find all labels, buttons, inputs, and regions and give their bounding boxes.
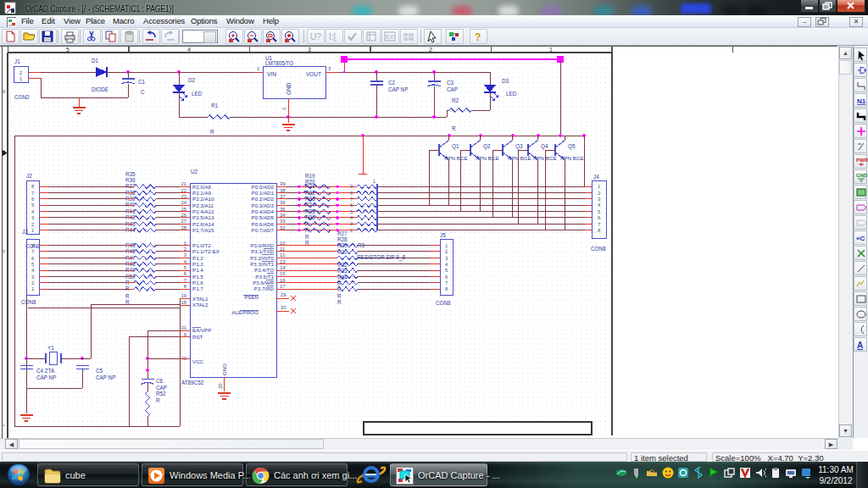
svg-text:CAP NP: CAP NP xyxy=(36,374,56,380)
svg-text:C5: C5 xyxy=(96,368,103,374)
svg-text:NPN BCE: NPN BCE xyxy=(476,155,499,161)
svg-text:CAP: CAP xyxy=(447,86,458,92)
svg-text:EX: EX xyxy=(386,34,394,40)
svg-text:R35: R35 xyxy=(125,171,136,177)
svg-text:C3: C3 xyxy=(447,80,454,86)
svg-text:7: 7 xyxy=(350,197,353,202)
svg-text:R26: R26 xyxy=(305,214,315,220)
svg-text:3: 3 xyxy=(31,274,34,280)
svg-text:3: 3 xyxy=(184,252,186,258)
svg-text:24: 24 xyxy=(181,200,187,205)
svg-text:J4: J4 xyxy=(593,174,599,180)
svg-text:P0.3/AD3: P0.3/AD3 xyxy=(252,202,275,208)
svg-text:7: 7 xyxy=(445,280,448,286)
svg-text:CON8: CON8 xyxy=(591,246,606,252)
svg-text:6: 6 xyxy=(184,271,186,276)
svg-text:P3.7/RD: P3.7/RD xyxy=(254,286,275,291)
svg-text:9: 9 xyxy=(350,184,353,189)
svg-text:1: 1 xyxy=(31,228,34,233)
svg-text:13: 13 xyxy=(280,259,285,264)
svg-text:2: 2 xyxy=(19,70,22,75)
svg-text:P2.0/A8: P2.0/A8 xyxy=(192,184,212,190)
svg-text:14: 14 xyxy=(280,265,286,270)
svg-text:2: 2 xyxy=(598,191,600,196)
svg-text:J3: J3 xyxy=(22,229,28,235)
svg-text:CON2: CON2 xyxy=(14,94,30,100)
svg-text:P3.5/T1: P3.5/T1 xyxy=(255,274,274,280)
svg-text:R1: R1 xyxy=(211,103,219,108)
svg-text:P1.5: P1.5 xyxy=(192,274,203,280)
svg-text:R: R xyxy=(125,293,130,299)
svg-text:R: R xyxy=(305,234,309,240)
svg-text:R: R xyxy=(305,221,309,227)
svg-text:33: 33 xyxy=(280,219,285,224)
svg-text:6: 6 xyxy=(31,256,34,261)
svg-text:26: 26 xyxy=(181,213,186,218)
svg-text:P2.7/A15: P2.7/A15 xyxy=(192,227,214,233)
svg-text:8: 8 xyxy=(445,286,448,291)
svg-text:37: 37 xyxy=(280,194,285,199)
svg-text:RESISTOR SIP 9_8: RESISTOR SIP 9_8 xyxy=(357,254,405,261)
svg-text:32: 32 xyxy=(280,225,285,230)
svg-text:7: 7 xyxy=(31,249,34,254)
svg-text:NPN BCE: NPN BCE xyxy=(444,155,468,161)
svg-text:P0.6/AD6: P0.6/AD6 xyxy=(252,221,275,227)
svg-text:R24: R24 xyxy=(305,202,315,208)
svg-text:P3.4/TO: P3.4/TO xyxy=(254,267,274,273)
svg-text:GND: GND xyxy=(856,173,868,178)
svg-text:R19: R19 xyxy=(305,173,315,179)
svg-text:c: c xyxy=(3,248,5,253)
svg-text:LED: LED xyxy=(506,91,517,97)
svg-text:R28: R28 xyxy=(337,236,348,242)
svg-text:8: 8 xyxy=(184,284,186,289)
svg-text:R36: R36 xyxy=(125,177,136,183)
svg-text:34: 34 xyxy=(280,213,286,218)
svg-text:R25: R25 xyxy=(305,208,315,214)
svg-text:CAP NP: CAP NP xyxy=(388,86,408,92)
svg-text:XTAL1: XTAL1 xyxy=(192,296,209,302)
svg-text:21: 21 xyxy=(181,181,186,186)
svg-text:P3.2/INT0: P3.2/INT0 xyxy=(250,255,274,261)
svg-text:R: R xyxy=(452,125,456,131)
svg-text:P3.3/INT1: P3.3/INT1 xyxy=(250,261,274,267)
svg-text:Q1: Q1 xyxy=(452,143,459,150)
svg-text:19: 19 xyxy=(181,293,186,298)
svg-text:GND: GND xyxy=(221,363,227,375)
svg-text:6: 6 xyxy=(31,197,34,202)
svg-text:R27: R27 xyxy=(337,230,348,236)
svg-text:P3.0/RXD: P3.0/RXD xyxy=(250,242,274,248)
svg-text:11: 11 xyxy=(280,247,285,252)
svg-text:R: R xyxy=(337,299,342,305)
svg-text:3: 3 xyxy=(445,256,448,261)
svg-text:38: 38 xyxy=(280,188,285,193)
svg-text:5: 5 xyxy=(31,202,34,208)
svg-text:P1.2: P1.2 xyxy=(192,255,203,261)
svg-text:12: 12 xyxy=(280,252,285,258)
svg-text:CAP NP: CAP NP xyxy=(96,374,115,380)
svg-text:7: 7 xyxy=(598,222,600,227)
svg-text:AT89C52: AT89C52 xyxy=(181,380,204,385)
svg-text:RST: RST xyxy=(192,334,203,340)
svg-text:10: 10 xyxy=(280,241,285,246)
svg-text:2: 2 xyxy=(281,108,287,110)
svg-text:R23: R23 xyxy=(305,196,315,202)
svg-text:16: 16 xyxy=(280,278,285,283)
svg-text:ALE/PROG: ALE/PROG xyxy=(231,309,259,315)
svg-text:C4 ZTA: C4 ZTA xyxy=(36,368,55,374)
svg-text:A: A xyxy=(857,341,863,350)
svg-text:8: 8 xyxy=(31,243,34,248)
svg-text:D3: D3 xyxy=(502,78,509,84)
svg-text:P0.7/AD7: P0.7/AD7 xyxy=(252,227,275,233)
svg-text:?: ? xyxy=(475,31,481,43)
svg-text:3: 3 xyxy=(31,215,34,220)
svg-text:P0.2/AD2: P0.2/AD2 xyxy=(252,196,275,202)
svg-text:P2.6/A14: P2.6/A14 xyxy=(192,221,214,227)
svg-text:R: R xyxy=(156,397,160,403)
svg-text:XTAL2: XTAL2 xyxy=(192,302,209,308)
svg-text:4: 4 xyxy=(187,47,191,53)
svg-text:P0.5/AD5: P0.5/AD5 xyxy=(252,214,275,220)
svg-text:3: 3 xyxy=(598,197,600,202)
svg-text:15: 15 xyxy=(280,271,285,276)
svg-text:27: 27 xyxy=(181,219,186,224)
svg-text:2: 2 xyxy=(31,280,34,286)
